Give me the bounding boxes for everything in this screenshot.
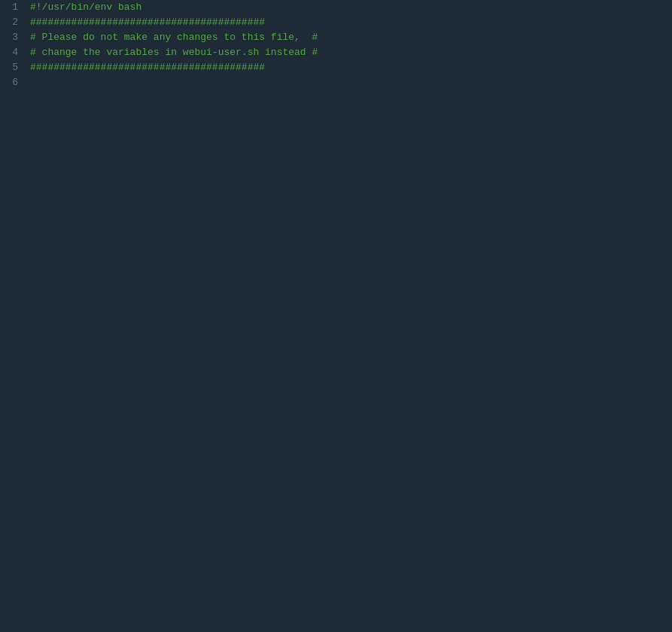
line-content [24, 75, 672, 90]
line-number: 5 [0, 60, 24, 75]
line-content: #!/usr/bin/env bash [24, 0, 672, 15]
line-number: 4 [0, 45, 24, 60]
table-row: 6 [0, 75, 672, 90]
line-content: ######################################## [24, 15, 672, 30]
line-number: 3 [0, 30, 24, 45]
code-table: 1#!/usr/bin/env bash2###################… [0, 0, 672, 90]
table-row: 1#!/usr/bin/env bash [0, 0, 672, 15]
line-content: # change the variables in webui-user.sh … [24, 45, 672, 60]
line-content: ######################################## [24, 60, 672, 75]
line-number: 1 [0, 0, 24, 15]
table-row: 5#######################################… [0, 60, 672, 75]
table-row: 2#######################################… [0, 15, 672, 30]
line-content: # Please do not make any changes to this… [24, 30, 672, 45]
line-number: 2 [0, 15, 24, 30]
table-row: 3# Please do not make any changes to thi… [0, 30, 672, 45]
code-container: 1#!/usr/bin/env bash2###################… [0, 0, 672, 632]
table-row: 4# change the variables in webui-user.sh… [0, 45, 672, 60]
line-number: 6 [0, 75, 24, 90]
